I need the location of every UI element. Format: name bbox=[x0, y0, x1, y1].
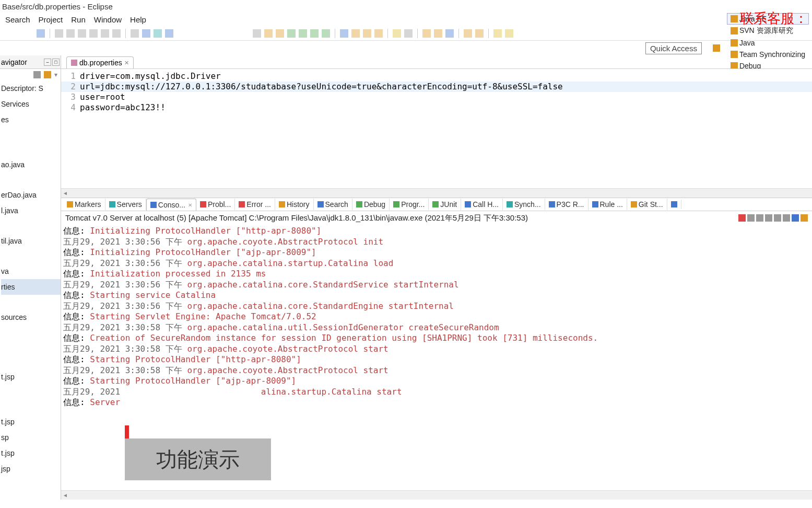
toolbar-icon[interactable] bbox=[404, 29, 413, 38]
remove-icon[interactable] bbox=[747, 214, 755, 222]
nav-item[interactable]: rties bbox=[1, 279, 61, 295]
close-icon[interactable]: ✕ bbox=[188, 202, 192, 208]
nav-item[interactable] bbox=[1, 218, 61, 233]
code-line[interactable]: 1driver=com.mysql.jdbc.Driver bbox=[61, 71, 812, 82]
menu-window[interactable]: Window bbox=[94, 15, 122, 24]
toolbar-icon[interactable] bbox=[475, 29, 484, 38]
toolbar-icon[interactable] bbox=[445, 29, 454, 38]
remove-all-icon[interactable] bbox=[756, 214, 763, 222]
nav-item[interactable] bbox=[1, 385, 61, 399]
close-icon[interactable]: ✕ bbox=[124, 60, 129, 66]
view-tab-junit[interactable]: JUnit bbox=[429, 199, 461, 210]
quick-access-input[interactable]: Quick Access bbox=[645, 42, 702, 54]
nav-item[interactable]: t.jsp bbox=[1, 414, 61, 430]
toolbar-icon[interactable] bbox=[276, 29, 284, 38]
view-tab-servers[interactable]: Servers bbox=[105, 199, 146, 210]
nav-item[interactable]: ao.java bbox=[1, 157, 61, 172]
link-icon[interactable] bbox=[44, 71, 51, 78]
pin-icon[interactable] bbox=[783, 214, 790, 222]
toolbar-icon[interactable] bbox=[89, 29, 98, 38]
view-tab-rule[interactable]: Rule ... bbox=[589, 199, 627, 210]
view-tab-synch[interactable]: Synch... bbox=[503, 199, 545, 210]
menu-help[interactable]: Help bbox=[130, 15, 146, 24]
code-line[interactable]: 4password=abc123!! bbox=[61, 102, 812, 113]
minimize-icon[interactable]: – bbox=[44, 59, 51, 66]
open-console-icon[interactable] bbox=[801, 214, 808, 222]
view-tab-gitst[interactable]: Git St... bbox=[627, 199, 667, 210]
view-tab-callh[interactable]: Call H... bbox=[461, 199, 503, 210]
toolbar-icon[interactable] bbox=[464, 29, 472, 38]
view-tab-probl[interactable]: Probl... bbox=[196, 199, 235, 210]
code-editor[interactable]: 1driver=com.mysql.jdbc.Driver2url=jdbc:m… bbox=[61, 69, 812, 188]
forward-icon[interactable] bbox=[505, 29, 513, 38]
coverage-icon[interactable] bbox=[310, 29, 319, 38]
maximize-icon[interactable]: □ bbox=[52, 59, 60, 66]
nav-item[interactable] bbox=[1, 295, 61, 309]
nav-item[interactable]: Descriptor: S bbox=[1, 80, 61, 96]
menu-search[interactable]: Search bbox=[5, 15, 30, 24]
clear-icon[interactable] bbox=[765, 214, 772, 222]
toolbar-icon[interactable] bbox=[165, 29, 173, 38]
toolbar-icon[interactable] bbox=[340, 29, 348, 38]
toolbar-icon[interactable] bbox=[434, 29, 442, 38]
nav-item[interactable]: es bbox=[1, 112, 61, 128]
navigator-tree[interactable]: Descriptor: S Servicesesao.javaerDao.jav… bbox=[0, 80, 61, 500]
perspective-java[interactable]: Java bbox=[727, 37, 809, 49]
menu-project[interactable]: Project bbox=[39, 15, 63, 24]
nav-item[interactable]: erDao.java bbox=[1, 187, 61, 203]
nav-item[interactable]: l.java bbox=[1, 203, 61, 218]
nav-item[interactable]: sources bbox=[1, 309, 61, 325]
nav-item[interactable] bbox=[1, 325, 61, 340]
menu-icon[interactable]: ▾ bbox=[54, 71, 57, 78]
run-external-icon[interactable] bbox=[322, 29, 330, 38]
editor-tab-dbproperties[interactable]: db.properties ✕ bbox=[66, 56, 134, 68]
collapse-icon[interactable] bbox=[33, 71, 41, 78]
scroll-left-icon[interactable]: ◄ bbox=[61, 492, 69, 498]
display-icon[interactable] bbox=[792, 214, 799, 222]
toolbar-icon[interactable] bbox=[393, 29, 401, 38]
toolbar-icon[interactable] bbox=[264, 29, 273, 38]
view-tab-markers[interactable]: Markers bbox=[63, 199, 105, 210]
view-tab-error[interactable]: Error ... bbox=[235, 199, 275, 210]
toolbar-icon[interactable] bbox=[142, 29, 150, 38]
nav-item[interactable] bbox=[1, 399, 61, 414]
debug-icon[interactable] bbox=[287, 29, 296, 38]
nav-item[interactable]: t.jsp bbox=[1, 445, 61, 461]
scroll-lock-icon[interactable] bbox=[774, 214, 781, 222]
toolbar-icon[interactable] bbox=[422, 29, 431, 38]
nav-item[interactable] bbox=[1, 354, 61, 369]
toolbar-icon[interactable] bbox=[78, 29, 86, 38]
back-icon[interactable] bbox=[493, 29, 502, 38]
editor-scrollbar[interactable]: ◄ bbox=[61, 188, 812, 198]
view-tab-conso[interactable]: Conso...✕ bbox=[146, 199, 196, 211]
nav-item[interactable]: t.jsp bbox=[1, 369, 61, 385]
toolbar-icon[interactable] bbox=[351, 29, 360, 38]
nav-item[interactable]: jsp bbox=[1, 461, 61, 477]
run-icon[interactable] bbox=[299, 29, 307, 38]
toolbar-icon[interactable] bbox=[101, 29, 109, 38]
toolbar-icon[interactable] bbox=[363, 29, 371, 38]
toolbar-icon[interactable] bbox=[37, 29, 45, 38]
view-tab-search[interactable]: Search bbox=[314, 199, 352, 210]
nav-item[interactable] bbox=[1, 249, 61, 263]
view-tab-p3cr[interactable]: P3C R... bbox=[545, 199, 589, 210]
terminate-icon[interactable] bbox=[738, 214, 746, 222]
toolbar-icon[interactable] bbox=[55, 29, 63, 38]
nav-item[interactable] bbox=[1, 142, 61, 157]
view-tab-more[interactable] bbox=[667, 200, 681, 209]
nav-item[interactable] bbox=[1, 172, 61, 187]
nav-item[interactable]: sp bbox=[1, 430, 61, 445]
toolbar-icon[interactable] bbox=[131, 29, 139, 38]
menu-run[interactable]: Run bbox=[71, 15, 86, 24]
view-tab-debug[interactable]: Debug bbox=[352, 199, 390, 210]
nav-item[interactable]: til.java bbox=[1, 233, 61, 249]
open-perspective-button[interactable] bbox=[709, 43, 724, 53]
toolbar-icon[interactable] bbox=[154, 29, 162, 38]
toolbar-icon[interactable] bbox=[112, 29, 121, 38]
toolbar-icon[interactable] bbox=[374, 29, 383, 38]
toolbar-icon[interactable] bbox=[66, 29, 75, 38]
nav-item[interactable]: Services bbox=[1, 96, 61, 112]
view-tab-history[interactable]: History bbox=[275, 199, 314, 210]
nav-item[interactable] bbox=[1, 340, 61, 354]
code-line[interactable]: 2url=jdbc:mysql://127.0.0.1:3306/studata… bbox=[61, 82, 812, 92]
